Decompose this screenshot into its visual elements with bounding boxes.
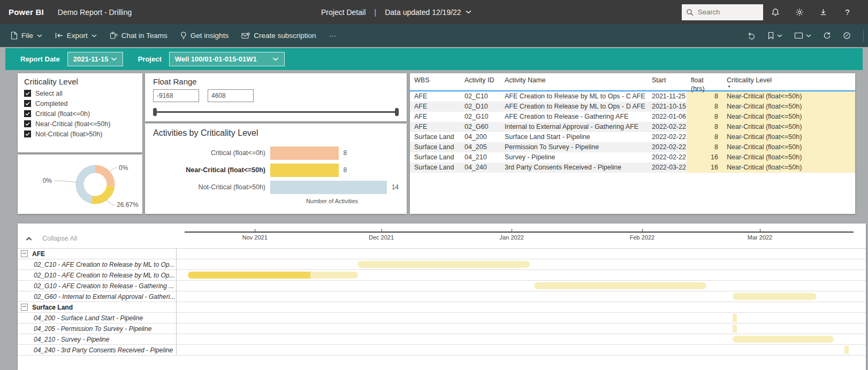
powerbi-logo[interactable]: Power BI [9, 7, 44, 17]
gantt-task-label[interactable]: 02_C10 - AFE Creation to Release by ML t… [18, 259, 177, 269]
gantt-bar[interactable] [733, 336, 834, 343]
table-header-wbs[interactable]: WBS [410, 73, 460, 91]
table-cell[interactable]: 8 [687, 142, 722, 152]
slider-handle-min[interactable] [153, 108, 157, 116]
table-cell[interactable]: 2022-01-06 [648, 112, 687, 122]
table-cell[interactable]: Surface Land Start - Pipeline [500, 132, 648, 142]
table-cell[interactable]: 2022-02-22 [648, 152, 687, 163]
table-header-float-hrs[interactable]: float (hrs) [687, 73, 722, 91]
collapse-group-icon[interactable] [21, 250, 28, 257]
project-select[interactable]: Well 100/01-01-015-01W1 [169, 52, 285, 66]
checkbox-option-completed[interactable]: Completed [24, 98, 136, 109]
table-cell[interactable]: 02_G10 [460, 112, 500, 122]
notifications-button[interactable] [763, 0, 787, 24]
table-cell[interactable]: AFE [410, 122, 460, 132]
table-cell[interactable]: 8 [687, 112, 722, 122]
search-input[interactable] [697, 7, 752, 17]
table-cell[interactable]: 2021-11-25 [648, 91, 687, 102]
table-cell[interactable]: Near-Critical (float<=50h) [722, 91, 855, 102]
table-cell[interactable]: 02_D10 [460, 102, 500, 112]
gantt-bar[interactable] [188, 272, 310, 279]
table-cell[interactable]: 2022-02-22 [648, 142, 687, 152]
gantt-group-label[interactable]: Surface Land [18, 302, 177, 312]
table-cell[interactable]: Surface Land [410, 152, 460, 163]
table-cell[interactable]: 04_200 [460, 132, 500, 142]
table-cell[interactable]: 3rd Party Consents Received - Pipeline [500, 163, 648, 173]
table-cell[interactable]: 2022-03-22 [648, 163, 687, 173]
float-max-input[interactable] [208, 89, 254, 102]
table-cell[interactable]: Survey - Pipeline [500, 152, 648, 163]
table-cell[interactable]: 8 [687, 122, 722, 132]
gantt-task-label[interactable]: 04_240 - 3rd Party Consents Received - P… [18, 345, 177, 355]
table-cell[interactable]: AFE Creation to Release - Gathering AFE [500, 112, 648, 122]
table-cell[interactable]: 16 [687, 152, 722, 163]
table-cell[interactable]: 2021-10-15 [648, 102, 687, 112]
table-cell[interactable]: 16 [687, 163, 722, 173]
checkbox-option-select-all[interactable]: Select all [24, 88, 136, 98]
data-updated-dropdown[interactable]: Data updated 12/19/22 [385, 8, 471, 17]
checkbox-option-not-critical-float-50h[interactable]: Not-Critical (float>50h) [24, 129, 136, 139]
gantt-bar[interactable] [357, 261, 530, 268]
gantt-task-label[interactable]: 02_G10 - AFE Creation to Release - Gathe… [18, 281, 177, 291]
menu-item-export[interactable]: Export [49, 24, 103, 47]
help-button[interactable]: ? [835, 0, 859, 24]
table-cell[interactable]: AFE [410, 112, 460, 122]
table-cell[interactable]: 04_240 [460, 163, 500, 173]
download-button[interactable] [811, 0, 835, 24]
menu-item-get-insights[interactable]: Get insights [174, 24, 235, 47]
float-range-slider[interactable] [153, 108, 399, 116]
view-button[interactable] [791, 30, 814, 41]
bar-critical-float-0h[interactable] [270, 147, 339, 160]
search-box[interactable] [682, 4, 763, 20]
table-header-criticality-level[interactable]: Criticality Level▲ [722, 73, 855, 91]
table-cell[interactable]: 02_C10 [460, 91, 500, 102]
menu-item-create-subscription[interactable]: Create subscription [235, 24, 322, 47]
table-cell[interactable]: Near-Critical (float<=50h) [722, 152, 855, 163]
table-cell[interactable]: AFE Creation to Release by ML to Ops - C… [500, 91, 648, 102]
table-cell[interactable]: 2022-02-22 [648, 122, 687, 132]
slider-handle-max[interactable] [395, 108, 399, 116]
collapse-all-button[interactable]: Collapse All [26, 235, 77, 242]
table-cell[interactable]: Internal to External Approval - Gatherin… [500, 122, 648, 132]
table-cell[interactable]: Surface Land [410, 163, 460, 173]
gantt-bar[interactable] [844, 346, 849, 354]
checkbox-option-near-critical-float-50h[interactable]: Near-Critical (float<=50h) [24, 119, 136, 129]
table-cell[interactable]: 8 [687, 132, 722, 142]
page-detail-link[interactable]: Project Detail [321, 8, 366, 17]
bar-not-critical-float-50h[interactable] [270, 181, 387, 194]
table-cell[interactable]: Near-Critical (float<=50h) [722, 122, 855, 132]
table-cell[interactable]: Near-Critical (float<=50h) [722, 112, 855, 122]
table-cell[interactable]: 02_G60 [460, 122, 500, 132]
float-min-input[interactable] [153, 89, 199, 102]
table-cell[interactable]: Near-Critical (float<=50h) [722, 142, 855, 152]
checkbox-option-critical-float-0h[interactable]: Critical (float<=0h) [24, 109, 136, 119]
table-cell[interactable]: 04_210 [460, 152, 500, 163]
gantt-task-label[interactable]: 02_D10 - AFE Creation to Release by ML t… [18, 270, 177, 280]
gantt-task-label[interactable]: 04_200 - Surface Land Start - Pipeline [18, 313, 177, 323]
gantt-task-label[interactable]: 02_G60 - Internal to External Approval -… [18, 291, 177, 302]
menu-item-file[interactable]: File [4, 24, 49, 47]
gantt-bar[interactable] [733, 314, 737, 322]
table-cell[interactable]: 8 [687, 102, 722, 112]
gantt-bar[interactable] [310, 272, 358, 279]
collapse-group-icon[interactable] [21, 304, 28, 311]
table-cell[interactable]: Near-Critical (float<=50h) [722, 102, 855, 112]
table-cell[interactable]: AFE Creation to Release by ML to Ops - D… [500, 102, 648, 112]
gantt-bar[interactable] [733, 325, 737, 333]
gantt-bar[interactable] [733, 293, 817, 300]
bar-near-critical-float-50h[interactable] [270, 164, 339, 177]
report-date-select[interactable]: 2021-11-15 [67, 52, 123, 66]
table-cell[interactable]: AFE [410, 91, 460, 102]
table-cell[interactable]: Surface Land [410, 132, 460, 142]
gantt-bar[interactable] [534, 282, 707, 289]
table-cell[interactable]: Near-Critical (float<=50h) [722, 132, 855, 142]
table-header-activity-name[interactable]: Activity Name [500, 73, 648, 91]
gantt-task-label[interactable]: 04_210 - Survey - Pipeline [18, 334, 177, 344]
table-cell[interactable]: AFE [410, 102, 460, 112]
table-cell[interactable]: Permission To Survey - Pipeline [500, 142, 648, 152]
settings-button[interactable] [787, 0, 811, 24]
bookmarks-button[interactable] [764, 29, 786, 42]
table-header-start[interactable]: Start [648, 73, 687, 91]
table-header-activity-id[interactable]: Activity ID [460, 73, 500, 91]
more-options[interactable]: ··· [322, 24, 342, 47]
